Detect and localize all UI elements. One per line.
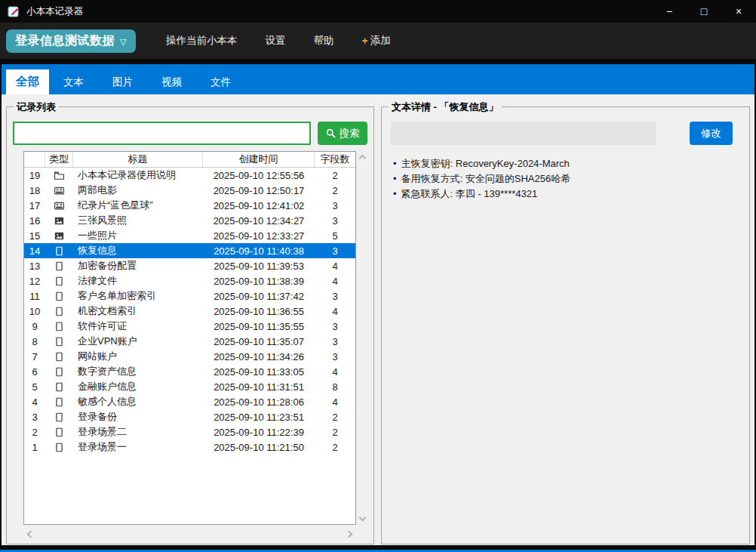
record-created-time: 2025-09-10 11:21:50 [203, 439, 315, 455]
table-row[interactable]: 13加密备份配置2025-09-10 11:39:534 [24, 258, 355, 273]
row-number: 14 [24, 243, 45, 258]
close-button[interactable]: × [721, 0, 756, 23]
scroll-down-icon[interactable] [358, 514, 366, 522]
table-row[interactable]: 5金融账户信息2025-09-10 11:31:518 [24, 379, 355, 394]
tab-文本[interactable]: 文本 [49, 69, 98, 94]
search-input[interactable] [13, 122, 311, 145]
text-icon [54, 276, 65, 287]
type-cell [45, 228, 73, 243]
minimize-button[interactable]: − [652, 0, 687, 23]
record-title: 三张风景照 [73, 213, 203, 228]
row-number: 18 [24, 183, 45, 198]
record-field-count: 4 [315, 364, 355, 379]
table-body: 19小本本记录器使用说明2025-09-10 12:55:56218两部电影20… [24, 168, 355, 455]
row-number: 16 [24, 213, 45, 228]
detail-item-1: •备用恢复方式: 安全问题的SHA256哈希 [393, 171, 740, 187]
table-row[interactable]: 3登录备份2025-09-10 11:23:512 [24, 409, 355, 424]
table-row[interactable]: 4敏感个人信息2025-09-10 11:28:064 [24, 394, 355, 409]
menu-item-0[interactable]: 操作当前小本本 [166, 34, 238, 48]
tab-视频[interactable]: 视频 [147, 69, 196, 94]
detail-field[interactable] [391, 122, 656, 145]
type-cell [45, 364, 73, 379]
row-number: 3 [24, 409, 45, 424]
menu-item-1[interactable]: 设置 [265, 34, 285, 48]
app-icon [8, 5, 20, 18]
table-row[interactable]: 10机密文档索引2025-09-10 11:36:554 [24, 304, 355, 319]
record-field-count: 2 [315, 424, 355, 439]
column-header-0[interactable] [24, 152, 45, 167]
table-row[interactable]: 15一些照片2025-09-10 12:33:275 [24, 228, 355, 243]
scroll-right-icon[interactable] [346, 531, 353, 538]
column-header-2[interactable]: 标题 [73, 152, 203, 167]
column-header-1[interactable]: 类型 [45, 152, 73, 167]
table-row[interactable]: 19小本本记录器使用说明2025-09-10 12:55:562 [24, 168, 355, 183]
detail-panel-title: 文本详情 - 「恢复信息」 [389, 100, 502, 114]
record-field-count: 2 [315, 439, 355, 455]
type-cell [45, 273, 73, 288]
record-field-count: 3 [315, 213, 355, 228]
text-icon [54, 351, 65, 362]
record-title: 敏感个人信息 [73, 394, 203, 409]
video-icon [54, 200, 65, 211]
table-row[interactable]: 1登录场景一2025-09-10 11:21:502 [24, 439, 355, 455]
tab-文件[interactable]: 文件 [196, 69, 245, 94]
column-header-3[interactable]: 创建时间 [203, 152, 315, 167]
table-row[interactable]: 17纪录片“蓝色星球”2025-09-10 12:41:023 [24, 198, 355, 213]
type-cell [45, 394, 73, 409]
row-number: 15 [24, 228, 45, 243]
record-field-count: 2 [315, 183, 355, 198]
table-row[interactable]: 18两部电影2025-09-10 12:50:172 [24, 183, 355, 198]
table-row[interactable]: 11客户名单加密索引2025-09-10 11:37:423 [24, 288, 355, 304]
tab-全部[interactable]: 全部 [6, 69, 49, 94]
search-button[interactable]: 搜索 [318, 122, 367, 145]
record-field-count: 3 [315, 243, 355, 258]
record-created-time: 2025-09-10 11:22:39 [203, 424, 315, 439]
scroll-left-icon[interactable] [27, 531, 35, 538]
menu-item-add[interactable]: +添加 [361, 34, 390, 48]
record-created-time: 2025-09-10 11:39:53 [203, 258, 315, 273]
record-field-count: 2 [315, 168, 355, 183]
type-cell [45, 304, 73, 319]
record-field-count: 4 [315, 273, 355, 288]
record-created-time: 2025-09-10 11:23:51 [203, 409, 315, 424]
record-title: 纪录片“蓝色星球” [73, 198, 203, 213]
text-icon [54, 412, 65, 423]
record-field-count: 8 [315, 379, 355, 394]
window-title: 小本本记录器 [26, 5, 83, 18]
record-title: 两部电影 [73, 183, 203, 198]
horizontal-scrollbar[interactable] [23, 529, 356, 539]
menu-item-2[interactable]: 帮助 [313, 34, 333, 48]
edit-button[interactable]: 修改 [690, 122, 733, 145]
row-number: 17 [24, 198, 45, 213]
maximize-button[interactable]: □ [687, 0, 721, 23]
table-row[interactable]: 14恢复信息2025-09-10 11:40:383 [24, 243, 355, 258]
row-number: 1 [24, 439, 45, 455]
table-row[interactable]: 16三张风景照2025-09-10 12:34:273 [24, 213, 355, 228]
vertical-scrollbar[interactable] [356, 151, 368, 525]
table-row[interactable]: 2登录场景二2025-09-10 11:22:392 [24, 424, 355, 439]
scroll-up-icon[interactable] [358, 155, 366, 162]
notebook-selector-button[interactable]: 登录信息测试数据 ▽ [6, 29, 136, 53]
row-number: 11 [24, 288, 45, 304]
table-row[interactable]: 8企业VPN账户2025-09-10 11:35:073 [24, 334, 355, 349]
table-row[interactable]: 12法律文件2025-09-10 11:38:394 [24, 273, 355, 288]
record-title: 一些照片 [73, 228, 203, 243]
record-field-count: 3 [315, 334, 355, 349]
notebook-selector-label: 登录信息测试数据 [15, 33, 115, 49]
row-number: 7 [24, 349, 45, 364]
table-row[interactable]: 6数字资产信息2025-09-10 11:33:054 [24, 364, 355, 379]
app-window: 小本本记录器 − □ × 登录信息测试数据 ▽ 操作当前小本本设置帮助+添加 全… [0, 0, 756, 552]
table-row[interactable]: 7网站账户2025-09-10 11:34:263 [24, 349, 355, 364]
records-table-area: 类型标题创建时间字段数 19小本本记录器使用说明2025-09-10 12:55… [23, 151, 368, 525]
row-number: 8 [24, 334, 45, 349]
record-created-time: 2025-09-10 12:33:27 [203, 228, 315, 243]
tab-图片[interactable]: 图片 [98, 69, 147, 94]
search-button-label: 搜索 [340, 127, 360, 140]
row-number: 19 [24, 168, 45, 183]
table-row[interactable]: 9软件许可证2025-09-10 11:35:553 [24, 319, 355, 334]
image-icon [54, 215, 65, 227]
record-title: 软件许可证 [73, 319, 203, 334]
record-title: 网站账户 [73, 349, 203, 364]
column-header-4[interactable]: 字段数 [315, 152, 355, 167]
record-title: 客户名单加密索引 [73, 288, 203, 304]
